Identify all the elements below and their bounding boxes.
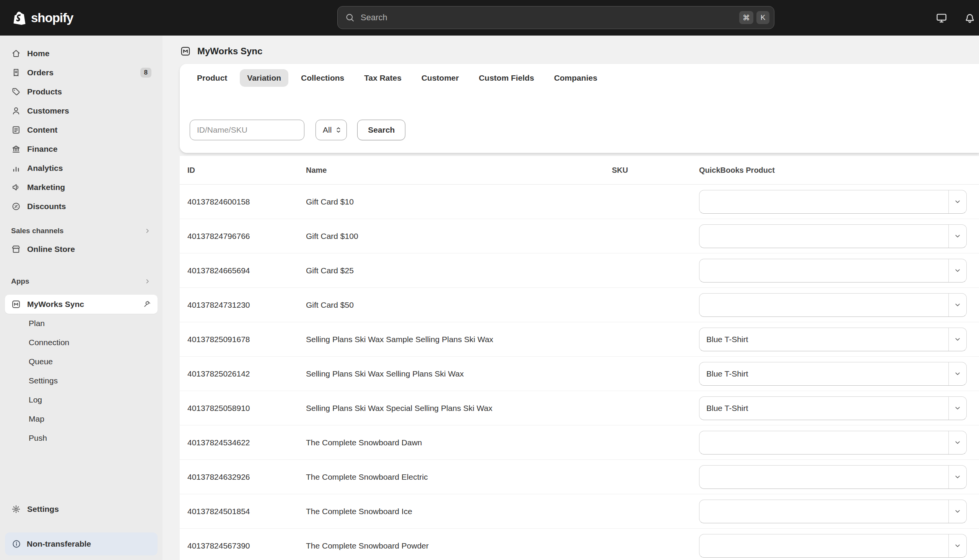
- quickbooks-product-select[interactable]: [699, 224, 967, 248]
- cell-quickbooks-product: [699, 534, 979, 558]
- search-button[interactable]: Search: [357, 120, 405, 140]
- quickbooks-product-select[interactable]: Blue T-Shirt: [699, 397, 967, 420]
- shopify-wordmark: shopify: [31, 11, 73, 25]
- page-title: MyWorks Sync: [197, 46, 262, 57]
- chevron-down-icon: [948, 362, 966, 385]
- quickbooks-product-select[interactable]: [699, 293, 967, 317]
- column-header-quickbooks-product: QuickBooks Product: [699, 166, 979, 175]
- settings-label: Settings: [27, 505, 59, 514]
- sidebar: Home Orders 8 Products Customers Content…: [0, 35, 163, 560]
- quickbooks-product-select[interactable]: Blue T-Shirt: [699, 328, 967, 351]
- sidebar-subitem-push[interactable]: Push: [0, 428, 163, 448]
- sidebar-item-orders[interactable]: Orders 8: [5, 63, 158, 82]
- quickbooks-product-select[interactable]: Blue T-Shirt: [699, 362, 967, 386]
- sidebar-subitem-connection[interactable]: Connection: [0, 333, 163, 352]
- orders-icon: [11, 68, 21, 78]
- sidebar-subitem-plan[interactable]: Plan: [0, 314, 163, 333]
- shortcut-keys: ⌘ K: [739, 11, 769, 24]
- plan-badge-label: Non-transferable: [27, 539, 91, 548]
- sidebar-item-content[interactable]: Content: [5, 120, 158, 140]
- sidebar-item-finance[interactable]: Finance: [5, 140, 158, 158]
- main-content: MyWorks Sync Product Variation Collectio…: [163, 35, 979, 560]
- sidebar-item-products[interactable]: Products: [5, 82, 158, 101]
- k-key-badge: K: [756, 11, 769, 24]
- tab-tax-rates[interactable]: Tax Rates: [357, 69, 409, 87]
- tab-product[interactable]: Product: [190, 69, 234, 87]
- cell-name: The Complete Snowboard Ice: [306, 507, 612, 516]
- quickbooks-product-select[interactable]: [699, 431, 967, 455]
- cell-name: Selling Plans Ski Wax Selling Plans Ski …: [306, 369, 612, 378]
- tab-customer[interactable]: Customer: [414, 69, 466, 87]
- cell-quickbooks-product: [699, 500, 979, 523]
- sidebar-subitem-map[interactable]: Map: [0, 409, 163, 428]
- analytics-icon: [11, 163, 21, 173]
- column-header-sku: SKU: [612, 166, 699, 175]
- scope-select[interactable]: All: [315, 120, 347, 140]
- sidebar-section-sales-channels[interactable]: Sales channels: [5, 222, 158, 240]
- sidebar-item-discounts[interactable]: Discounts: [5, 197, 158, 216]
- cell-quickbooks-product: [699, 465, 979, 489]
- chevron-down-icon: [948, 328, 966, 351]
- cell-name: Gift Card $50: [306, 300, 612, 310]
- cell-quickbooks-product: [699, 431, 979, 455]
- view-store-button[interactable]: [936, 12, 947, 24]
- quickbooks-product-select[interactable]: [699, 259, 967, 282]
- search-input[interactable]: [190, 120, 304, 140]
- filter-card: Product Variation Collections Tax Rates …: [180, 64, 979, 153]
- table-row: 40137824796766 Gift Card $100: [180, 219, 979, 253]
- cell-id: 40137825026142: [187, 369, 306, 378]
- content-icon: [11, 125, 21, 135]
- finance-icon: [11, 144, 21, 154]
- sidebar-item-myworks-sync[interactable]: MyWorks Sync: [5, 295, 158, 314]
- page-header: MyWorks Sync: [163, 35, 979, 64]
- quickbooks-product-select[interactable]: [699, 190, 967, 214]
- cell-id: 40137825058910: [187, 404, 306, 413]
- sidebar-subitem-settings[interactable]: Settings: [0, 371, 163, 390]
- cell-name: Selling Plans Ski Wax Sample Selling Pla…: [306, 335, 612, 344]
- global-search[interactable]: Search ⌘ K: [337, 6, 774, 29]
- sidebar-subitem-log[interactable]: Log: [0, 390, 163, 409]
- sidebar-item-online-store[interactable]: Online Store: [5, 240, 158, 259]
- sidebar-item-marketing[interactable]: Marketing: [5, 178, 158, 197]
- mapping-table: ID Name SKU QuickBooks Product 401378246…: [180, 156, 979, 560]
- cell-quickbooks-product: [699, 259, 979, 282]
- sidebar-nav: Home Orders 8 Products Customers Content…: [0, 44, 163, 216]
- customers-icon: [11, 106, 21, 116]
- cell-id: 40137824567390: [187, 541, 306, 550]
- table-row: 40137824534622 The Complete Snowboard Da…: [180, 425, 979, 460]
- sidebar-subitem-queue[interactable]: Queue: [0, 352, 163, 371]
- table-row: 40137825058910 Selling Plans Ski Wax Spe…: [180, 391, 979, 425]
- tab-companies[interactable]: Companies: [547, 69, 605, 87]
- sidebar-item-home[interactable]: Home: [5, 44, 158, 63]
- plan-badge[interactable]: Non-transferable: [5, 532, 158, 555]
- quickbooks-product-select[interactable]: [699, 465, 967, 489]
- sidebar-item-analytics[interactable]: Analytics: [5, 158, 158, 178]
- products-icon: [11, 87, 21, 97]
- table-row: 40137824501854 The Complete Snowboard Ic…: [180, 494, 979, 529]
- tab-variation[interactable]: Variation: [240, 69, 289, 87]
- gear-icon: [11, 504, 21, 514]
- updown-caret-icon: [334, 126, 343, 134]
- sidebar-section-apps[interactable]: Apps: [5, 273, 158, 290]
- table-row: 40137824731230 Gift Card $50: [180, 288, 979, 322]
- table-row: 40137824600158 Gift Card $10: [180, 185, 979, 219]
- scope-select-value: All: [323, 125, 332, 135]
- sidebar-item-customers[interactable]: Customers: [5, 101, 158, 120]
- sidebar-item-settings[interactable]: Settings: [5, 500, 158, 519]
- tab-collections[interactable]: Collections: [294, 69, 352, 87]
- chevron-down-icon: [948, 225, 966, 248]
- pin-icon[interactable]: [142, 300, 152, 309]
- quickbooks-product-select[interactable]: [699, 534, 967, 558]
- cell-name: Gift Card $10: [306, 197, 612, 207]
- sales-channels-label: Sales channels: [11, 227, 63, 235]
- quickbooks-product-select[interactable]: [699, 500, 967, 523]
- shopify-logo[interactable]: shopify: [0, 10, 73, 26]
- chevron-down-icon: [948, 534, 966, 557]
- topbar: shopify Search ⌘ K: [0, 0, 979, 35]
- orders-count-badge: 8: [140, 68, 152, 78]
- notifications-button[interactable]: [964, 12, 976, 24]
- tab-custom-fields[interactable]: Custom Fields: [472, 69, 542, 87]
- discounts-icon: [11, 202, 21, 212]
- sidebar-spacer: [0, 448, 163, 500]
- cell-id: 40137824534622: [187, 438, 306, 447]
